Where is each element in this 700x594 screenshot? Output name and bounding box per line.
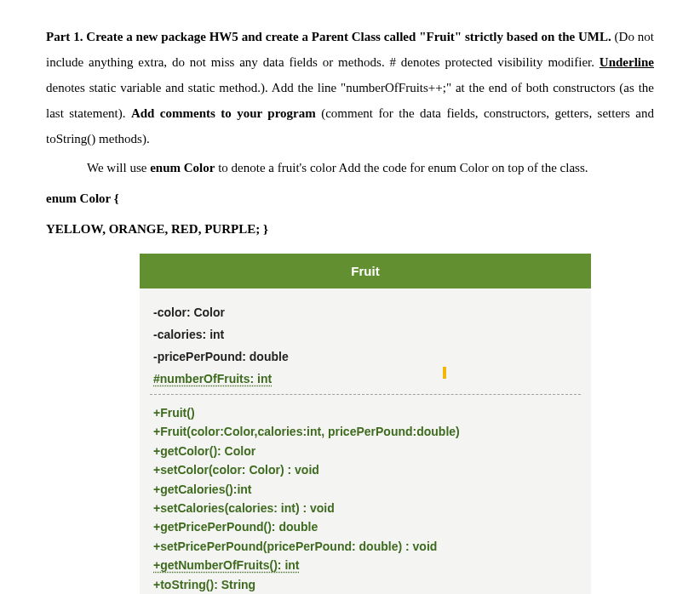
- uml-class-name: Fruit: [140, 254, 591, 288]
- p1-bold2: Add comments to your program: [131, 106, 316, 120]
- uml-method-5: +setCalories(calories: int) : void: [153, 499, 577, 517]
- uml-attr-2: -pricePerPound: double: [153, 350, 577, 363]
- uml-attr-static: #numberOfFruits: int: [153, 372, 577, 386]
- uml-attr-1: -calories: int: [153, 328, 577, 341]
- p2-b: to denote a fruit's color Add the code f…: [215, 161, 588, 174]
- uml-attr-0: -color: Color: [153, 306, 577, 319]
- uml-method-static: +getNumberOfFruits(): int: [153, 556, 577, 574]
- uml-method-2: +getColor(): Color: [153, 442, 577, 460]
- problem-statement: Part 1. Create a new package HW5 and cre…: [46, 24, 654, 242]
- paragraph-2: We will use enum Color to denote a fruit…: [46, 155, 654, 180]
- uml-method-6: +getPricePerPound(): double: [153, 517, 577, 536]
- p2-bold: enum Color: [150, 161, 215, 174]
- uml-method-3: +setColor(color: Color) : void: [153, 460, 577, 479]
- uml-body: -color: Color -calories: int -pricePerPo…: [140, 288, 591, 594]
- part1-lead: Part 1. Create a new package HW5 and cre…: [46, 30, 611, 43]
- paragraph-1: Part 1. Create a new package HW5 and cre…: [46, 24, 654, 151]
- enum-line-1: enum Color {: [46, 186, 654, 211]
- uml-method-4: +getCalories():int: [153, 480, 577, 499]
- p2-a: We will use: [87, 161, 150, 174]
- uml-method-1: +Fruit(color:Color,calories:int, pricePe…: [153, 422, 577, 441]
- enum-line-2: YELLOW, ORANGE, RED, PURPLE; }: [46, 216, 654, 242]
- text-cursor-icon: [443, 367, 446, 379]
- uml-method-7: +setPricePerPound(pricePerPound: double)…: [153, 537, 577, 556]
- uml-divider: [150, 394, 581, 395]
- p1-underline: Underline: [600, 55, 654, 69]
- uml-method-0: +Fruit(): [153, 403, 577, 422]
- uml-method-tostring: +toString(): String: [153, 575, 577, 594]
- uml-diagram: Fruit -color: Color -calories: int -pric…: [140, 254, 591, 594]
